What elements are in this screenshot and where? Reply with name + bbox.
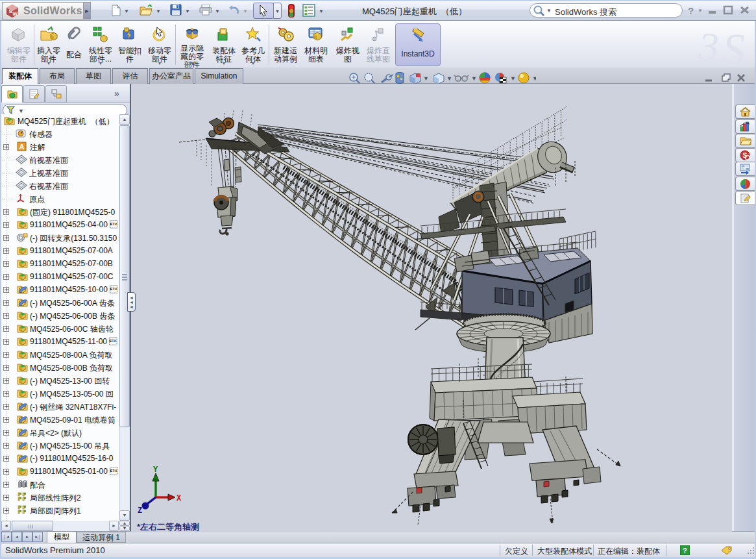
svg-text:W: W [13,11,18,17]
svg-text:3: 3 [698,24,719,68]
svg-text:▼: ▼ [423,75,429,82]
svg-text:Z: Z [138,506,142,516]
svg-text:▼: ▼ [532,75,536,82]
svg-text:A: A [19,143,25,151]
svg-text:?: ? [683,547,687,554]
svg-text:▼: ▼ [471,75,477,82]
svg-text:Y: Y [153,466,158,475]
svg-text:S: S [722,25,745,68]
svg-text:▼: ▼ [446,75,452,82]
svg-text:X: X [177,494,182,503]
svg-text:▼: ▼ [510,75,516,82]
